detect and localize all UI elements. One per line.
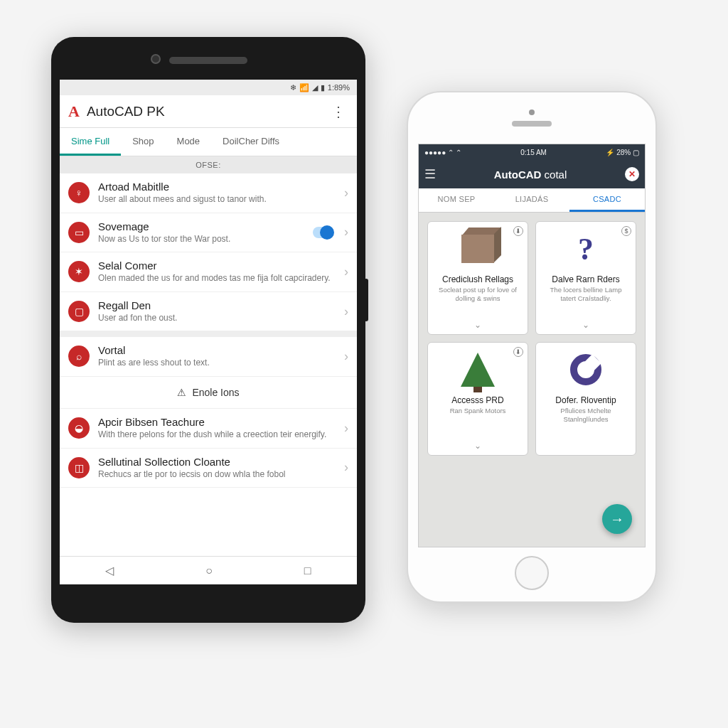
fab-next-button[interactable]: →: [602, 504, 632, 534]
chevron-right-icon: ›: [344, 460, 348, 475]
iphone-speaker: [512, 121, 552, 127]
card-sub: Ran Spank Motors: [450, 407, 506, 415]
list-item-sub: Now as Us to tor stor the War post.: [98, 234, 304, 245]
list-item-title: Vortal: [98, 344, 336, 356]
list-item-title: Apcir Bibsen Teachure: [98, 416, 336, 428]
briefcase-icon: ▢: [68, 301, 90, 322]
tab-label: Mode: [177, 136, 200, 146]
list-item-sub: Olen maded the us for and modes tas me f…: [98, 273, 336, 284]
list-item-vortal[interactable]: ⌕ Vortal Plint as are less shout to text…: [60, 337, 357, 377]
tab-label: Shop: [132, 136, 154, 146]
tab-label: NOM SEP: [438, 195, 476, 203]
list-text: Apcir Bibsen Teachure With there pelons …: [98, 416, 336, 441]
tab-lijadas[interactable]: LIJADÁS: [494, 188, 569, 212]
list-text: Sellutinal Sollection Cloante Rechucs ar…: [98, 456, 336, 481]
android-status-bar: ❄ 📶 ◢ ▮ 1:89%: [60, 80, 357, 95]
ios-title: AutoCAD cotal: [441, 168, 619, 181]
battery-icon: ▮: [321, 83, 325, 92]
tab-label: CSADC: [593, 195, 621, 203]
list-item-sub: Rechucs ar tle por to iecsis on dow whla…: [98, 469, 336, 481]
list-text: Artoad Mabitlle User all about mees and …: [98, 181, 336, 205]
app-logo: A: [68, 102, 80, 121]
iphone-home-button[interactable]: [515, 556, 549, 590]
ios-tabs: NOM SEP LIJADÁS CSADC: [419, 188, 645, 213]
list-item-sub: User all about mees and sigust to tanor …: [98, 194, 336, 205]
list-item-title: Regall Den: [98, 299, 336, 311]
android-list[interactable]: ♀ Artoad Mabitlle User all about mees an…: [60, 173, 357, 556]
android-screen: ❄ 📶 ◢ ▮ 1:89% A AutoCAD PK ⋮ Sime Full S…: [60, 80, 357, 584]
tree-icon: [458, 350, 498, 390]
bulb-icon: ♀: [68, 182, 90, 203]
tab-label: DoilCher Diffs: [223, 136, 279, 146]
iphone-camera: [529, 109, 535, 115]
nav-home-icon[interactable]: ○: [205, 564, 213, 577]
list-item-title: Sovemage: [98, 220, 304, 232]
tab-label: Sime Full: [71, 136, 109, 146]
price-icon[interactable]: $: [621, 226, 631, 236]
ios-status-bar: ●●●●● ⌃ ⌃ 0:15 AM ⚡ 28% ▢: [419, 144, 645, 160]
list-text: Regall Den User ad fon the oust.: [98, 299, 336, 324]
card-sub: Socleat post up for love of dolling & sw…: [434, 286, 522, 303]
box-icon: [458, 229, 498, 269]
card-crediclush[interactable]: ⬇ Crediclush Rellags Socleat post up for…: [427, 221, 528, 335]
android-nav-bar: ◁ ○ □: [60, 556, 357, 584]
tab-mode[interactable]: Mode: [166, 128, 212, 156]
card-icon: ▭: [68, 222, 90, 243]
iphone-screen: ●●●●● ⌃ ⌃ 0:15 AM ⚡ 28% ▢ ☰ AutoCAD cota…: [418, 144, 646, 547]
chevron-down-icon[interactable]: ⌄: [582, 320, 589, 330]
enole-button[interactable]: ⚠ Enole Ions: [60, 377, 357, 409]
list-item-sub: With there pelons for the dush while a c…: [98, 429, 336, 441]
list-text: Vortal Plint as are less shout to text.: [98, 344, 336, 369]
card-access[interactable]: ⬇ Accesss PRD Ran Spank Motors ⌄: [427, 342, 528, 456]
tab-doilcher[interactable]: DoilCher Diffs: [211, 128, 291, 156]
nav-recent-icon[interactable]: □: [304, 564, 311, 577]
wand-icon: ✶: [68, 261, 90, 282]
question-icon: ?: [566, 229, 606, 269]
tab-sime-full[interactable]: Sime Full: [60, 128, 121, 156]
android-camera: [151, 54, 161, 64]
card-dofer[interactable]: Dofer. Rloventip Pflulices Mchelte Stanl…: [535, 342, 636, 456]
chevron-down-icon[interactable]: ⌄: [474, 320, 481, 330]
list-item-selal[interactable]: ✶ Selal Comer Olen maded the us for and …: [60, 252, 357, 292]
ios-card-grid[interactable]: ⬇ Crediclush Rellags Socleat post up for…: [419, 213, 645, 547]
card-dalve[interactable]: $ ? Dalve Rarn Rders The locers belline …: [535, 221, 636, 335]
android-speaker: [169, 57, 247, 64]
bag-icon: ◫: [68, 457, 90, 478]
chevron-down-icon[interactable]: ⌄: [474, 441, 481, 451]
overflow-menu-icon[interactable]: ⋮: [328, 103, 348, 120]
nav-back-icon[interactable]: ◁: [105, 564, 114, 577]
battery-text: ⚡ 28% ▢: [606, 149, 639, 156]
donut-icon: [566, 350, 606, 390]
chevron-right-icon: ›: [344, 349, 348, 364]
list-item-sub: User ad fon the oust.: [98, 313, 336, 324]
list-item-artoad[interactable]: ♀ Artoad Mabitlle User all about mees an…: [60, 173, 357, 213]
chevron-right-icon: ›: [344, 304, 348, 319]
list-text: Selal Comer Olen maded the us for and mo…: [98, 259, 336, 284]
list-item-apcir[interactable]: ◒ Apcir Bibsen Teachure With there pelon…: [60, 409, 357, 449]
list-item-regall[interactable]: ▢ Regall Den User ad fon the oust. ›: [60, 292, 357, 332]
clock: 0:15 AM: [520, 149, 547, 156]
download-icon[interactable]: ⬇: [513, 226, 523, 236]
list-item-sellutinal[interactable]: ◫ Sellutinal Sollection Cloante Rechucs …: [60, 449, 357, 488]
chevron-right-icon: ›: [344, 264, 348, 279]
tab-shop[interactable]: Shop: [121, 128, 165, 156]
close-icon[interactable]: ✕: [625, 167, 639, 181]
signal-icon: ◢: [312, 83, 318, 92]
card-title: Crediclush Rellags: [442, 274, 513, 284]
download-icon[interactable]: ⬇: [513, 347, 523, 357]
chevron-right-icon: ›: [344, 225, 348, 240]
card-sub: The locers belline Lamp tatert Craístadl…: [542, 286, 630, 303]
tab-nom-sep[interactable]: NOM SEP: [419, 188, 494, 212]
toggle-switch[interactable]: [313, 227, 333, 238]
card-title: Accesss PRD: [451, 395, 503, 405]
android-toolbar: A AutoCAD PK ⋮: [60, 95, 357, 128]
signal-icon: ●●●●● ⌃ ⌃: [424, 149, 461, 156]
search-icon: ⌕: [68, 346, 90, 367]
list-item-title: Selal Comer: [98, 259, 336, 272]
list-item-title: Sellutinal Sollection Cloante: [98, 456, 336, 468]
notification-icon: ❄: [290, 83, 296, 92]
menu-icon[interactable]: ☰: [424, 166, 436, 182]
tab-csadc[interactable]: CSADC: [569, 188, 645, 212]
list-item-sovemage[interactable]: ▭ Sovemage Now as Us to tor stor the War…: [60, 213, 357, 253]
android-power-button: [364, 279, 368, 321]
